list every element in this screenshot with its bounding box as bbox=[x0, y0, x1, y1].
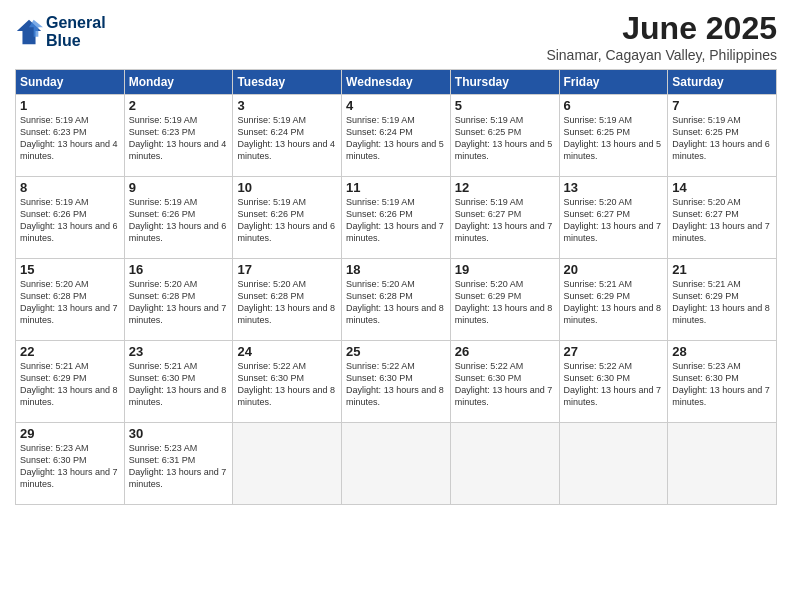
week-row-5: 29Sunrise: 5:23 AMSunset: 6:30 PMDayligh… bbox=[16, 423, 777, 505]
day-number: 4 bbox=[346, 98, 446, 113]
week-row-4: 22Sunrise: 5:21 AMSunset: 6:29 PMDayligh… bbox=[16, 341, 777, 423]
calendar-cell: 15Sunrise: 5:20 AMSunset: 6:28 PMDayligh… bbox=[16, 259, 125, 341]
day-number: 10 bbox=[237, 180, 337, 195]
day-info: Sunrise: 5:19 AMSunset: 6:23 PMDaylight:… bbox=[20, 114, 120, 163]
day-number: 29 bbox=[20, 426, 120, 441]
day-number: 22 bbox=[20, 344, 120, 359]
calendar-cell: 10Sunrise: 5:19 AMSunset: 6:26 PMDayligh… bbox=[233, 177, 342, 259]
page: General Blue June 2025 Sinamar, Cagayan … bbox=[0, 0, 792, 612]
calendar-cell: 20Sunrise: 5:21 AMSunset: 6:29 PMDayligh… bbox=[559, 259, 668, 341]
day-info: Sunrise: 5:19 AMSunset: 6:26 PMDaylight:… bbox=[346, 196, 446, 245]
day-info: Sunrise: 5:22 AMSunset: 6:30 PMDaylight:… bbox=[455, 360, 555, 409]
week-row-3: 15Sunrise: 5:20 AMSunset: 6:28 PMDayligh… bbox=[16, 259, 777, 341]
subtitle: Sinamar, Cagayan Valley, Philippines bbox=[546, 47, 777, 63]
day-info: Sunrise: 5:21 AMSunset: 6:30 PMDaylight:… bbox=[129, 360, 229, 409]
day-number: 8 bbox=[20, 180, 120, 195]
calendar-cell: 5Sunrise: 5:19 AMSunset: 6:25 PMDaylight… bbox=[450, 95, 559, 177]
logo-text: General Blue bbox=[46, 14, 106, 49]
calendar-cell: 6Sunrise: 5:19 AMSunset: 6:25 PMDaylight… bbox=[559, 95, 668, 177]
day-info: Sunrise: 5:20 AMSunset: 6:28 PMDaylight:… bbox=[346, 278, 446, 327]
day-number: 17 bbox=[237, 262, 337, 277]
header-wednesday: Wednesday bbox=[342, 70, 451, 95]
calendar-cell bbox=[342, 423, 451, 505]
day-info: Sunrise: 5:23 AMSunset: 6:30 PMDaylight:… bbox=[20, 442, 120, 491]
header-tuesday: Tuesday bbox=[233, 70, 342, 95]
day-number: 25 bbox=[346, 344, 446, 359]
day-number: 24 bbox=[237, 344, 337, 359]
day-info: Sunrise: 5:19 AMSunset: 6:23 PMDaylight:… bbox=[129, 114, 229, 163]
calendar: SundayMondayTuesdayWednesdayThursdayFrid… bbox=[15, 69, 777, 505]
calendar-cell: 14Sunrise: 5:20 AMSunset: 6:27 PMDayligh… bbox=[668, 177, 777, 259]
day-number: 1 bbox=[20, 98, 120, 113]
calendar-cell: 4Sunrise: 5:19 AMSunset: 6:24 PMDaylight… bbox=[342, 95, 451, 177]
day-number: 7 bbox=[672, 98, 772, 113]
calendar-cell: 19Sunrise: 5:20 AMSunset: 6:29 PMDayligh… bbox=[450, 259, 559, 341]
day-number: 9 bbox=[129, 180, 229, 195]
day-number: 15 bbox=[20, 262, 120, 277]
day-info: Sunrise: 5:23 AMSunset: 6:31 PMDaylight:… bbox=[129, 442, 229, 491]
calendar-cell: 7Sunrise: 5:19 AMSunset: 6:25 PMDaylight… bbox=[668, 95, 777, 177]
day-info: Sunrise: 5:21 AMSunset: 6:29 PMDaylight:… bbox=[672, 278, 772, 327]
calendar-cell: 26Sunrise: 5:22 AMSunset: 6:30 PMDayligh… bbox=[450, 341, 559, 423]
day-info: Sunrise: 5:19 AMSunset: 6:27 PMDaylight:… bbox=[455, 196, 555, 245]
day-info: Sunrise: 5:20 AMSunset: 6:27 PMDaylight:… bbox=[564, 196, 664, 245]
day-number: 28 bbox=[672, 344, 772, 359]
calendar-cell: 12Sunrise: 5:19 AMSunset: 6:27 PMDayligh… bbox=[450, 177, 559, 259]
day-info: Sunrise: 5:19 AMSunset: 6:26 PMDaylight:… bbox=[20, 196, 120, 245]
header-thursday: Thursday bbox=[450, 70, 559, 95]
calendar-cell: 8Sunrise: 5:19 AMSunset: 6:26 PMDaylight… bbox=[16, 177, 125, 259]
header: General Blue June 2025 Sinamar, Cagayan … bbox=[15, 10, 777, 63]
day-info: Sunrise: 5:21 AMSunset: 6:29 PMDaylight:… bbox=[564, 278, 664, 327]
logo: General Blue bbox=[15, 14, 106, 49]
calendar-cell: 24Sunrise: 5:22 AMSunset: 6:30 PMDayligh… bbox=[233, 341, 342, 423]
logo-icon bbox=[15, 18, 43, 46]
day-number: 23 bbox=[129, 344, 229, 359]
day-number: 12 bbox=[455, 180, 555, 195]
day-number: 11 bbox=[346, 180, 446, 195]
day-info: Sunrise: 5:19 AMSunset: 6:25 PMDaylight:… bbox=[455, 114, 555, 163]
day-number: 21 bbox=[672, 262, 772, 277]
calendar-cell bbox=[233, 423, 342, 505]
calendar-cell: 18Sunrise: 5:20 AMSunset: 6:28 PMDayligh… bbox=[342, 259, 451, 341]
day-info: Sunrise: 5:20 AMSunset: 6:28 PMDaylight:… bbox=[237, 278, 337, 327]
calendar-cell: 22Sunrise: 5:21 AMSunset: 6:29 PMDayligh… bbox=[16, 341, 125, 423]
calendar-cell: 25Sunrise: 5:22 AMSunset: 6:30 PMDayligh… bbox=[342, 341, 451, 423]
calendar-cell: 11Sunrise: 5:19 AMSunset: 6:26 PMDayligh… bbox=[342, 177, 451, 259]
day-info: Sunrise: 5:20 AMSunset: 6:28 PMDaylight:… bbox=[20, 278, 120, 327]
calendar-cell: 21Sunrise: 5:21 AMSunset: 6:29 PMDayligh… bbox=[668, 259, 777, 341]
day-info: Sunrise: 5:19 AMSunset: 6:25 PMDaylight:… bbox=[672, 114, 772, 163]
calendar-cell: 1Sunrise: 5:19 AMSunset: 6:23 PMDaylight… bbox=[16, 95, 125, 177]
calendar-cell bbox=[668, 423, 777, 505]
main-title: June 2025 bbox=[546, 10, 777, 47]
calendar-cell bbox=[559, 423, 668, 505]
day-number: 6 bbox=[564, 98, 664, 113]
calendar-cell: 13Sunrise: 5:20 AMSunset: 6:27 PMDayligh… bbox=[559, 177, 668, 259]
day-info: Sunrise: 5:22 AMSunset: 6:30 PMDaylight:… bbox=[237, 360, 337, 409]
day-number: 13 bbox=[564, 180, 664, 195]
day-number: 26 bbox=[455, 344, 555, 359]
day-number: 30 bbox=[129, 426, 229, 441]
calendar-cell: 28Sunrise: 5:23 AMSunset: 6:30 PMDayligh… bbox=[668, 341, 777, 423]
calendar-header-row: SundayMondayTuesdayWednesdayThursdayFrid… bbox=[16, 70, 777, 95]
calendar-cell: 3Sunrise: 5:19 AMSunset: 6:24 PMDaylight… bbox=[233, 95, 342, 177]
calendar-cell: 17Sunrise: 5:20 AMSunset: 6:28 PMDayligh… bbox=[233, 259, 342, 341]
day-number: 14 bbox=[672, 180, 772, 195]
day-number: 19 bbox=[455, 262, 555, 277]
calendar-cell: 30Sunrise: 5:23 AMSunset: 6:31 PMDayligh… bbox=[124, 423, 233, 505]
day-number: 16 bbox=[129, 262, 229, 277]
week-row-2: 8Sunrise: 5:19 AMSunset: 6:26 PMDaylight… bbox=[16, 177, 777, 259]
calendar-cell: 9Sunrise: 5:19 AMSunset: 6:26 PMDaylight… bbox=[124, 177, 233, 259]
day-info: Sunrise: 5:19 AMSunset: 6:24 PMDaylight:… bbox=[346, 114, 446, 163]
day-number: 5 bbox=[455, 98, 555, 113]
header-friday: Friday bbox=[559, 70, 668, 95]
calendar-cell: 27Sunrise: 5:22 AMSunset: 6:30 PMDayligh… bbox=[559, 341, 668, 423]
day-info: Sunrise: 5:20 AMSunset: 6:28 PMDaylight:… bbox=[129, 278, 229, 327]
day-info: Sunrise: 5:22 AMSunset: 6:30 PMDaylight:… bbox=[346, 360, 446, 409]
calendar-cell: 29Sunrise: 5:23 AMSunset: 6:30 PMDayligh… bbox=[16, 423, 125, 505]
header-saturday: Saturday bbox=[668, 70, 777, 95]
day-info: Sunrise: 5:19 AMSunset: 6:25 PMDaylight:… bbox=[564, 114, 664, 163]
header-sunday: Sunday bbox=[16, 70, 125, 95]
day-info: Sunrise: 5:19 AMSunset: 6:24 PMDaylight:… bbox=[237, 114, 337, 163]
calendar-cell: 16Sunrise: 5:20 AMSunset: 6:28 PMDayligh… bbox=[124, 259, 233, 341]
day-info: Sunrise: 5:19 AMSunset: 6:26 PMDaylight:… bbox=[129, 196, 229, 245]
